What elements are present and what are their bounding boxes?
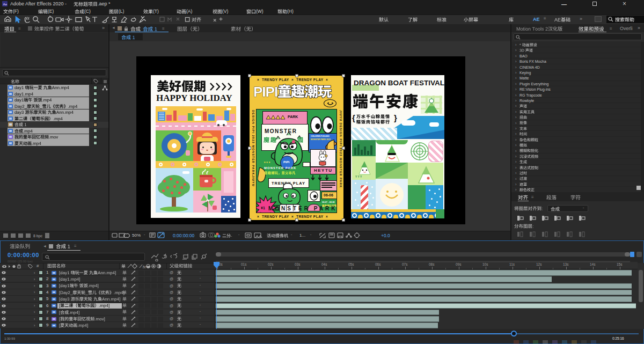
svg-text:¥1: ¥1 <box>261 206 265 210</box>
svg-text:fx: fx <box>143 265 146 269</box>
